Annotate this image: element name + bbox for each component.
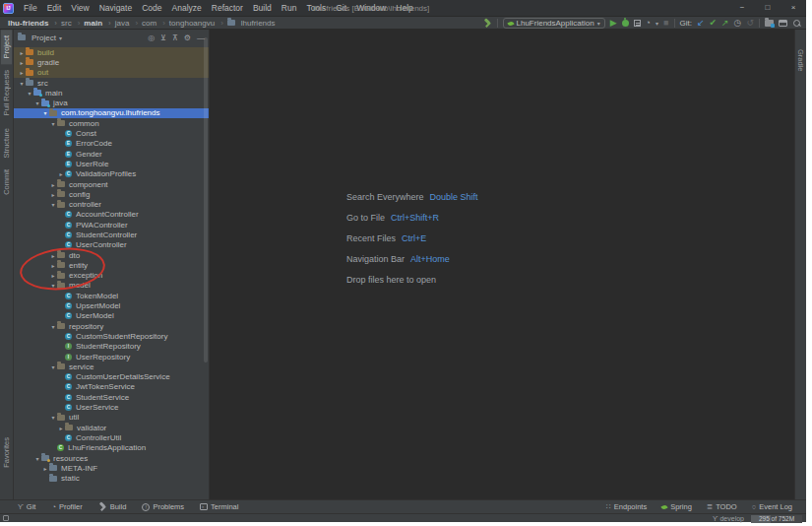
chevron-expanded-icon[interactable]	[33, 455, 41, 462]
chevron-collapsed-icon[interactable]	[18, 59, 26, 66]
tree-item[interactable]: CUserService	[14, 402, 209, 412]
chevron-collapsed-icon[interactable]	[41, 465, 49, 472]
tree-item[interactable]: gradle	[14, 57, 209, 67]
breadcrumb-item-main[interactable]: main	[82, 19, 112, 28]
tool-window-button-event-log[interactable]: Event Log	[752, 502, 792, 511]
tree-item[interactable]: CJwtTokenService	[14, 382, 209, 392]
tree-item[interactable]: component	[14, 179, 209, 189]
tree-item[interactable]: repository	[14, 321, 209, 331]
project-panel-title[interactable]: Project	[31, 33, 56, 42]
tree-item[interactable]: IUserRepository	[14, 352, 209, 362]
tool-window-toggle-icon[interactable]	[3, 515, 9, 521]
menu-item-run[interactable]: Run	[277, 0, 302, 17]
chevron-collapsed-icon[interactable]	[57, 170, 65, 177]
profiler-chevron-icon[interactable]: ▾	[656, 20, 658, 27]
tree-item[interactable]: CStudentService	[14, 392, 209, 402]
menu-item-navigate[interactable]: Navigate	[94, 0, 138, 17]
menu-item-build[interactable]: Build	[248, 0, 277, 17]
tree-item[interactable]: resources	[14, 453, 209, 463]
git-branch-widget[interactable]: develop	[713, 515, 744, 522]
tree-item[interactable]: main	[14, 88, 209, 98]
scrollbar[interactable]	[204, 37, 208, 362]
tree-item[interactable]: META-INF	[14, 463, 209, 473]
collapse-all-icon[interactable]	[172, 33, 178, 42]
run-configuration-select[interactable]: LhuFriendsApplication ▾	[503, 18, 605, 29]
tree-item[interactable]: service	[14, 362, 209, 371]
tree-item[interactable]: build	[14, 47, 209, 57]
menu-item-view[interactable]: View	[66, 0, 94, 17]
sidebar-tab-project[interactable]: Project	[1, 30, 12, 64]
breadcrumb-item-lhu-friends[interactable]: lhu-friends	[6, 19, 59, 28]
chevron-expanded-icon[interactable]	[33, 99, 41, 106]
menu-item-edit[interactable]: Edit	[42, 0, 67, 17]
chevron-collapsed-icon[interactable]	[49, 262, 57, 269]
git-commit-button[interactable]	[710, 18, 718, 29]
tree-item[interactable]: out	[14, 68, 209, 78]
tree-item[interactable]: CTokenModel	[14, 291, 209, 300]
tree-item[interactable]: CCustomStudentRepository	[14, 331, 209, 341]
tree-item[interactable]: controller	[14, 199, 209, 209]
rollback-button[interactable]	[746, 18, 754, 29]
tool-window-button-problems[interactable]: !Problems	[142, 502, 184, 511]
tree-item[interactable]: CAccountController	[14, 210, 209, 220]
tree-item[interactable]: CCustomUserDetailsService	[14, 372, 209, 382]
tree-item[interactable]: CUserController	[14, 240, 209, 250]
tree-item[interactable]: CLhuFriendsApplication	[14, 443, 209, 453]
breadcrumb-item-java[interactable]: java	[113, 19, 140, 28]
coverage-button[interactable]	[634, 20, 641, 27]
tree-item[interactable]: validator	[14, 423, 209, 432]
stop-button[interactable]	[663, 18, 668, 29]
chevron-expanded-icon[interactable]	[49, 414, 57, 421]
memory-indicator[interactable]: 295 of 752M	[751, 515, 802, 523]
expand-all-icon[interactable]	[160, 33, 166, 42]
close-button[interactable]	[781, 0, 806, 17]
search-everywhere-icon[interactable]	[792, 19, 801, 28]
git-push-button[interactable]	[721, 18, 729, 29]
tree-item[interactable]: src	[14, 78, 209, 88]
chevron-expanded-icon[interactable]	[18, 80, 26, 87]
menu-item-file[interactable]: File	[19, 0, 42, 17]
sidebar-tab-commit[interactable]: Commit	[1, 164, 12, 201]
tree-item[interactable]: static	[14, 473, 209, 483]
chevron-collapsed-icon[interactable]	[49, 181, 57, 188]
tree-item[interactable]: config	[14, 189, 209, 199]
window-layout-icon[interactable]	[779, 20, 787, 27]
tree-item[interactable]: CStudentController	[14, 230, 209, 239]
chevron-down-icon[interactable]: ▾	[59, 34, 62, 41]
tool-window-button-git[interactable]: Git	[18, 502, 35, 511]
tool-window-button-terminal[interactable]: ›Terminal	[200, 502, 238, 511]
tree-item[interactable]: model	[14, 281, 209, 291]
chevron-expanded-icon[interactable]	[49, 282, 57, 289]
chevron-expanded-icon[interactable]	[41, 109, 49, 116]
tree-item[interactable]: CConst	[14, 128, 209, 138]
tree-item[interactable]: CControllerUtil	[14, 432, 209, 442]
project-structure-icon[interactable]	[765, 20, 774, 27]
tool-window-button-endpoints[interactable]: Endpoints	[606, 502, 647, 511]
settings-gear-icon[interactable]	[184, 33, 191, 42]
menu-item-refactor[interactable]: Refactor	[207, 0, 248, 17]
tree-item[interactable]: CValidationProfiles	[14, 169, 209, 179]
tree-item[interactable]: CPWAController	[14, 220, 209, 230]
breadcrumb-item-src[interactable]: src	[59, 19, 82, 28]
tool-window-button-build[interactable]: Build	[98, 502, 127, 511]
tree-item[interactable]: EErrorCode	[14, 139, 209, 149]
tree-item[interactable]: common	[14, 118, 209, 128]
tree-item[interactable]: IStudentRepository	[14, 342, 209, 352]
sidebar-tab-structure[interactable]: Structure	[1, 122, 12, 164]
build-hammer-icon[interactable]	[483, 19, 492, 28]
tool-window-button-todo[interactable]: TODO	[707, 502, 737, 511]
tool-window-button-profiler[interactable]: Profiler	[51, 502, 82, 511]
menu-item-analyze[interactable]: Analyze	[167, 0, 207, 17]
chevron-expanded-icon[interactable]	[49, 120, 57, 127]
tree-item[interactable]: CUpsertModel	[14, 300, 209, 310]
tree-item[interactable]: com.tonghoangvu.lhufriends	[14, 108, 209, 118]
chevron-expanded-icon[interactable]	[26, 90, 33, 97]
profiler-button[interactable]	[646, 18, 651, 29]
breadcrumb-item-com[interactable]: com	[140, 19, 167, 28]
tree-item[interactable]: dto	[14, 250, 209, 260]
tree-item[interactable]: EGender	[14, 149, 209, 159]
breadcrumb-item-lhufriends[interactable]: lhufriends	[225, 19, 278, 28]
sidebar-tab-pull-requests[interactable]: Pull Requests	[1, 64, 12, 121]
tool-window-button-spring[interactable]: Spring	[661, 502, 692, 511]
chevron-collapsed-icon[interactable]	[49, 272, 57, 279]
